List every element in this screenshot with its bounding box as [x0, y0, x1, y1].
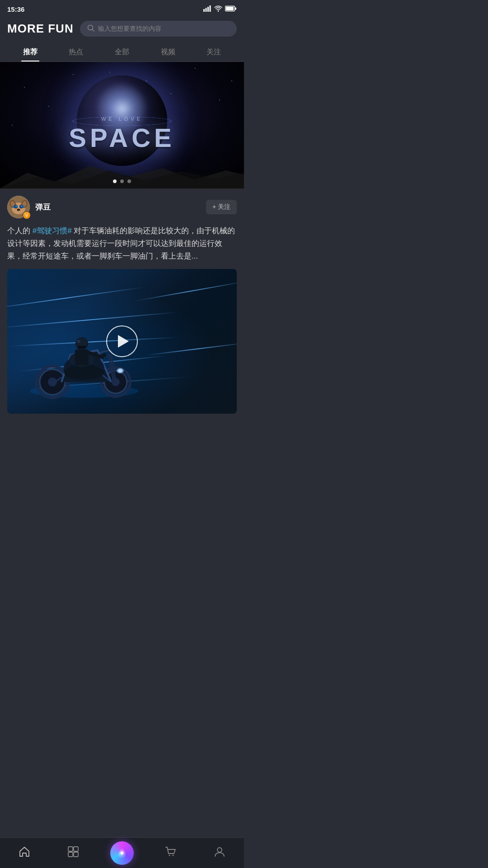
- svg-rect-3: [210, 5, 211, 12]
- banner-dot-2[interactable]: [120, 179, 124, 183]
- svg-rect-2: [207, 7, 209, 12]
- svg-rect-23: [19, 205, 24, 208]
- post-text-before: 个人的: [7, 226, 33, 235]
- post-card: V 弹豆 + 关注 个人的 #驾驶习惯# 对于车辆油耗的影响还是比较大的，由于机…: [0, 189, 244, 421]
- video-container[interactable]: [7, 269, 237, 414]
- play-button[interactable]: [106, 326, 138, 357]
- play-icon: [118, 335, 129, 348]
- svg-rect-36: [75, 349, 89, 365]
- post-header: V 弹豆 + 关注: [7, 196, 237, 218]
- post-hashtag[interactable]: #驾驶习惯#: [33, 226, 72, 235]
- search-placeholder: 输入您想要查找的内容: [98, 25, 161, 33]
- svg-line-8: [92, 29, 94, 31]
- battery-icon: [225, 5, 237, 13]
- tab-hot[interactable]: 热点: [53, 42, 99, 61]
- status-bar: 15:36: [0, 0, 244, 16]
- header: MORE FUN 输入您想要查找的内容: [0, 16, 244, 42]
- tab-recommend[interactable]: 推荐: [7, 42, 53, 61]
- tab-follow[interactable]: 关注: [191, 42, 237, 61]
- app-title: MORE FUN: [7, 22, 74, 36]
- nav-tabs: 推荐 热点 全部 视频 关注: [0, 42, 244, 62]
- svg-rect-35: [78, 346, 86, 349]
- banner-main-title: SPACE: [69, 123, 175, 153]
- signal-icon: [203, 5, 211, 13]
- banner-dot-1[interactable]: [113, 179, 117, 183]
- banner-mountains: [0, 161, 244, 189]
- banner-dot-3[interactable]: [127, 179, 131, 183]
- avatar-wrapper[interactable]: V: [7, 196, 30, 218]
- status-icons: [203, 5, 237, 13]
- post-content: 个人的 #驾驶习惯# 对于车辆油耗的影响还是比较大的，由于机械的设计等因素，发动…: [7, 225, 237, 263]
- status-time: 15:36: [7, 5, 24, 13]
- banner-subtitle: WE LOVE: [69, 116, 175, 122]
- tab-all[interactable]: 全部: [99, 42, 145, 61]
- search-icon: [87, 24, 94, 33]
- avatar-badge: V: [23, 211, 31, 219]
- post-username: 弹豆: [35, 202, 206, 212]
- svg-rect-1: [206, 8, 207, 12]
- svg-rect-5: [235, 7, 236, 9]
- banner-title-container: WE LOVE SPACE: [69, 116, 175, 153]
- svg-point-37: [77, 340, 80, 343]
- svg-point-21: [17, 209, 20, 211]
- svg-point-39: [118, 369, 122, 373]
- banner-dots: [113, 179, 131, 183]
- svg-rect-22: [13, 205, 18, 208]
- svg-rect-0: [203, 9, 205, 12]
- tab-video[interactable]: 视频: [145, 42, 191, 61]
- wifi-icon: [214, 5, 222, 13]
- search-bar[interactable]: 输入您想要查找的内容: [80, 21, 237, 37]
- svg-rect-6: [226, 7, 234, 10]
- banner[interactable]: WE LOVE SPACE: [0, 62, 244, 189]
- follow-button[interactable]: + 关注: [206, 200, 237, 214]
